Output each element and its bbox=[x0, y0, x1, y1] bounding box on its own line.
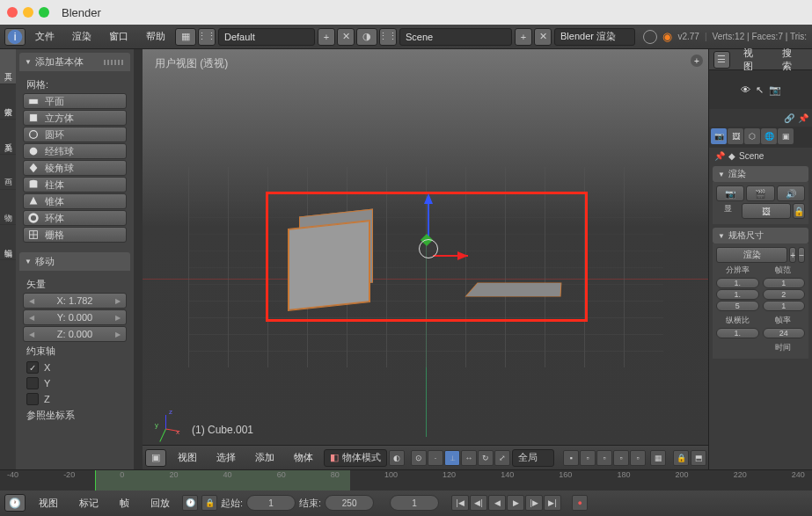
v3d-menu-select[interactable]: 选择 bbox=[208, 451, 245, 464]
tl-menu-view[interactable]: 视图 bbox=[30, 497, 67, 510]
display-mode-dropdown[interactable]: 🖼 bbox=[742, 203, 791, 219]
add-plane-button[interactable]: 平面 bbox=[23, 93, 127, 109]
toolshelf-tab-phys[interactable]: 物 bbox=[0, 190, 16, 225]
editor-type-info-icon[interactable]: i bbox=[4, 28, 26, 46]
plane-object[interactable] bbox=[465, 283, 562, 297]
3d-viewport[interactable]: 用户视图 (透视) + z x y (1) Cube.001 bbox=[143, 49, 708, 445]
lock-range-toggle[interactable]: 🔒 bbox=[201, 495, 217, 511]
translate-z-field[interactable]: ◀Z: 0.000▶ bbox=[23, 326, 127, 342]
timeline-ruler[interactable]: -40-200 204060 80100120 140160180 200220… bbox=[0, 469, 812, 491]
add-uvsphere-button[interactable]: 经纬球 bbox=[23, 143, 127, 159]
framerate-dropdown[interactable]: 24 bbox=[763, 328, 806, 338]
render-engine-dropdown[interactable]: Blender 渲染 bbox=[554, 28, 635, 46]
menu-render[interactable]: 渲染 bbox=[63, 30, 100, 43]
screen-browse-button[interactable]: ⋮⋮ bbox=[198, 28, 216, 46]
prop-tab-scene[interactable]: ⬡ bbox=[744, 128, 760, 144]
prop-tab-world[interactable]: 🌐 bbox=[761, 128, 777, 144]
screen-layout-icon[interactable]: ▦ bbox=[175, 28, 196, 46]
transform-orientation-dropdown[interactable]: 全局 bbox=[512, 449, 554, 467]
outliner-menu-view[interactable]: 视图 bbox=[735, 47, 770, 73]
toolshelf-tab-edit[interactable]: 编辑 bbox=[0, 225, 16, 260]
render-still-button[interactable]: 📷 bbox=[716, 185, 744, 201]
keyframe-prev-button[interactable]: ◀| bbox=[470, 495, 487, 511]
constraint-y-checkbox[interactable]: Y bbox=[23, 375, 127, 391]
interaction-mode-dropdown[interactable]: ◧物体模式 bbox=[324, 449, 387, 467]
jump-first-button[interactable]: |◀ bbox=[451, 495, 469, 511]
toolshelf-tab-draw[interactable]: 画 bbox=[0, 155, 16, 190]
frame-end-field[interactable]: 2 bbox=[763, 289, 806, 300]
lock-interface-toggle[interactable]: 🔒 bbox=[793, 203, 805, 219]
toolshelf-tab-relations[interactable]: 关系 bbox=[0, 120, 16, 155]
shading-mode-button[interactable]: ◐ bbox=[389, 450, 405, 466]
screen-delete-button[interactable]: ✕ bbox=[337, 28, 355, 46]
scene-browse-button[interactable]: ⋮⋮ bbox=[379, 28, 397, 46]
use-preview-range-toggle[interactable]: 🕐 bbox=[182, 495, 198, 511]
scene-add-button[interactable]: + bbox=[515, 28, 532, 46]
resolution-y-field[interactable]: 1. bbox=[716, 289, 759, 300]
update-icon[interactable] bbox=[643, 30, 657, 44]
frame-step-field[interactable]: 1 bbox=[763, 301, 806, 311]
render-audio-button[interactable]: 🔊 bbox=[777, 185, 805, 201]
manipulator-rotate[interactable]: ↻ bbox=[478, 450, 494, 466]
render-anim-button[interactable]: 🎬 bbox=[746, 185, 774, 201]
aspect-x-field[interactable]: 1. bbox=[716, 328, 759, 338]
pin-icon[interactable]: 📌 bbox=[714, 151, 725, 161]
tl-menu-playback[interactable]: 回放 bbox=[142, 497, 179, 510]
link-icon[interactable]: 🔗 bbox=[784, 113, 794, 123]
scene-field[interactable]: Scene bbox=[399, 28, 512, 46]
gizmo-x-arrow[interactable] bbox=[457, 251, 468, 260]
resolution-pct-field[interactable]: 5 bbox=[716, 301, 759, 311]
layer-button-5[interactable]: ▫ bbox=[630, 450, 646, 466]
layer-button-3[interactable]: ▫ bbox=[596, 450, 612, 466]
add-cylinder-button[interactable]: 柱体 bbox=[23, 177, 127, 193]
editor-type-timeline-icon[interactable]: 🕐 bbox=[4, 494, 26, 512]
add-circle-button[interactable]: 圆环 bbox=[23, 127, 127, 142]
scene-icon[interactable]: ◑ bbox=[356, 28, 377, 46]
push-icon[interactable]: 📌 bbox=[798, 113, 808, 123]
preset-remove-button[interactable]: − bbox=[798, 247, 805, 263]
add-cube-button[interactable]: 立方体 bbox=[23, 110, 127, 126]
start-frame-field[interactable]: 1 bbox=[246, 495, 296, 511]
toolshelf-tab-tools[interactable]: 工具 bbox=[0, 49, 16, 84]
toolshelf-tab-search[interactable]: 搜索 bbox=[0, 84, 16, 120]
gizmo-center-circle[interactable] bbox=[419, 239, 438, 258]
toolshelf-scrollbar[interactable] bbox=[134, 49, 143, 469]
outliner-tree[interactable]: 👁 ↖ 📷 bbox=[709, 70, 812, 109]
gizmo-z-arrow[interactable] bbox=[424, 193, 433, 204]
manipulator-toggle[interactable]: ⟂ bbox=[444, 450, 460, 466]
v3d-menu-object[interactable]: 物体 bbox=[285, 451, 322, 464]
editor-type-3dview-icon[interactable]: ▣ bbox=[145, 449, 166, 467]
tl-menu-frame[interactable]: 帧 bbox=[111, 497, 138, 510]
prop-tab-object[interactable]: ▣ bbox=[778, 128, 794, 144]
zoom-window-button[interactable] bbox=[39, 7, 49, 18]
selectable-toggle-icon[interactable]: ↖ bbox=[756, 84, 764, 96]
menu-file[interactable]: 文件 bbox=[26, 30, 63, 43]
translate-y-field[interactable]: ◀Y: 0.000▶ bbox=[23, 309, 127, 325]
v3d-menu-view[interactable]: 视图 bbox=[169, 451, 206, 464]
minimize-window-button[interactable] bbox=[23, 7, 33, 18]
close-window-button[interactable] bbox=[7, 7, 18, 18]
autokey-toggle[interactable]: ● bbox=[572, 495, 588, 511]
prop-tab-layers[interactable]: 🖼 bbox=[728, 128, 743, 144]
translate-x-field[interactable]: ◀X: 1.782▶ bbox=[23, 293, 127, 309]
scene-delete-button[interactable]: ✕ bbox=[534, 28, 552, 46]
layer-button-4[interactable]: ▫ bbox=[613, 450, 629, 466]
visibility-toggle-icon[interactable]: 👁 bbox=[741, 84, 750, 95]
manipulator-scale[interactable]: ⤢ bbox=[494, 450, 510, 466]
render-preset-dropdown[interactable]: 渲染 bbox=[716, 247, 787, 263]
resolution-x-field[interactable]: 1. bbox=[716, 278, 759, 288]
editor-type-outliner-icon[interactable]: ☰ bbox=[713, 51, 730, 69]
pivot-each-toggle[interactable]: · bbox=[428, 450, 443, 466]
menu-window[interactable]: 窗口 bbox=[100, 30, 137, 43]
add-primitive-header[interactable]: 添加基本体 bbox=[19, 53, 130, 71]
menu-help[interactable]: 帮助 bbox=[137, 30, 174, 43]
tl-menu-marker[interactable]: 标记 bbox=[70, 497, 107, 510]
frame-start-field[interactable]: 1 bbox=[763, 278, 806, 288]
v3d-menu-add[interactable]: 添加 bbox=[246, 451, 283, 464]
snap-toggle[interactable]: ⬒ bbox=[691, 450, 706, 466]
add-cone-button[interactable]: 锥体 bbox=[23, 193, 127, 209]
preset-add-button[interactable]: + bbox=[789, 247, 796, 263]
renderable-toggle-icon[interactable]: 📷 bbox=[769, 84, 781, 96]
add-icosphere-button[interactable]: 棱角球 bbox=[23, 160, 127, 176]
jump-last-button[interactable]: ▶| bbox=[544, 495, 561, 511]
